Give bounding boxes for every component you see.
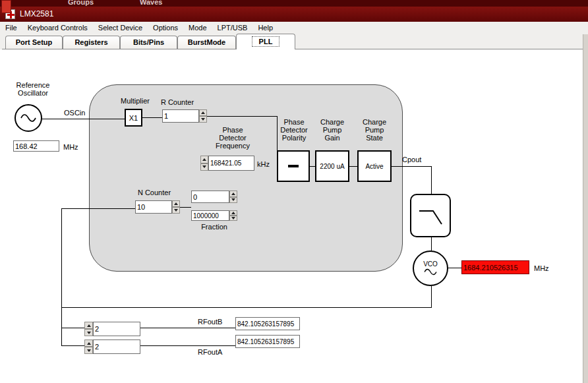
rfouta-frequency-output[interactable] — [235, 335, 300, 348]
reference-unit-label: MHz — [63, 143, 78, 151]
reference-oscillator-label: Reference Oscillator — [5, 81, 61, 97]
vco-label: VCO — [423, 260, 438, 268]
spin-up-button[interactable] — [229, 210, 237, 216]
connector-line — [207, 116, 277, 117]
spin-down-button[interactable] — [229, 197, 237, 204]
arrow-down-icon — [231, 198, 235, 201]
multiplier-label: Multiplier — [116, 97, 154, 105]
rfoutb-divider-spinner[interactable] — [84, 322, 93, 336]
spin-up-button[interactable] — [229, 191, 237, 197]
tab-bits-pins[interactable]: Bits/Pins — [120, 36, 177, 49]
spin-down-button[interactable] — [172, 207, 180, 214]
rfoutb-label: RFoutB — [198, 318, 222, 326]
spin-down-button[interactable] — [200, 163, 208, 171]
fraction-label: Fraction — [194, 223, 235, 231]
arrow-up-icon — [202, 158, 206, 161]
spin-up-button[interactable] — [200, 156, 208, 163]
rfoutb-frequency-output[interactable] — [235, 317, 300, 330]
menu-lpt-usb[interactable]: LPT/USB — [212, 22, 253, 34]
rfouta-divider-input[interactable] — [93, 339, 140, 354]
spin-up-button[interactable] — [199, 109, 207, 116]
minus-icon — [288, 165, 299, 167]
connector-line — [431, 166, 432, 194]
arrow-up-icon — [174, 202, 178, 205]
spin-down-button[interactable] — [84, 347, 93, 354]
vco-frequency-output[interactable] — [461, 260, 529, 274]
pdf-input[interactable] — [208, 156, 254, 171]
fraction-denominator-spinner[interactable] — [229, 210, 237, 221]
sine-wave-icon — [20, 113, 37, 123]
arrow-up-icon — [87, 324, 91, 327]
arrow-down-icon — [231, 217, 235, 220]
connector-line — [61, 345, 84, 346]
n-counter-spinner[interactable] — [172, 200, 180, 214]
connector-line — [42, 119, 125, 119]
connector-line — [140, 345, 235, 346]
reference-frequency-input[interactable] — [13, 140, 59, 152]
lowpass-filter-icon — [411, 195, 450, 236]
multiplier-box[interactable]: X1 — [125, 109, 142, 127]
phase-detector-polarity-label: Phase Detector Polarity — [276, 118, 312, 142]
arrow-down-icon — [87, 332, 91, 334]
charge-pump-gain-label: Charge Pump Gain — [314, 118, 351, 142]
rfouta-divider-spinner[interactable] — [84, 339, 93, 354]
connector-line — [392, 166, 432, 167]
arrow-down-icon — [202, 165, 206, 168]
pdf-unit-label: kHz — [257, 160, 270, 168]
connector-line — [142, 117, 162, 118]
spin-up-button[interactable] — [84, 339, 93, 347]
tab-port-setup[interactable]: Port Setup — [5, 36, 63, 49]
menu-bar: File Keyboard Controls Select Device Opt… — [0, 22, 588, 34]
r-counter-spinner[interactable] — [199, 109, 207, 123]
tab-pll[interactable]: PLL — [236, 34, 295, 49]
rfoutb-divider-input[interactable] — [93, 322, 140, 336]
connector-line — [431, 286, 432, 307]
vco-symbol: VCO — [413, 250, 448, 286]
title-bar[interactable]: LMX2581 — [0, 7, 588, 22]
application-window: Groups Waves LMX2581 File Keyboard Contr… — [0, 0, 588, 383]
arrow-up-icon — [201, 111, 205, 114]
menu-keyboard-controls[interactable]: Keyboard Controls — [22, 22, 93, 34]
vco-unit-label: MHz — [534, 264, 549, 272]
r-counter-input[interactable] — [162, 109, 199, 123]
window-title: LMX2581 — [20, 9, 53, 18]
arrow-up-icon — [231, 192, 235, 195]
feedback-line — [61, 208, 62, 346]
arrow-up-icon — [231, 212, 235, 214]
connector-line — [349, 166, 357, 167]
fraction-numerator-spinner[interactable] — [229, 191, 237, 203]
connector-line — [140, 328, 235, 328]
feedback-line — [61, 307, 432, 308]
background-menu-fragment: Groups — [68, 0, 94, 7]
spin-down-button[interactable] — [84, 329, 93, 336]
n-counter-input[interactable] — [135, 200, 172, 214]
sine-wave-icon — [423, 268, 438, 276]
fraction-denominator-input[interactable] — [191, 210, 229, 221]
connector-line — [61, 328, 84, 328]
n-counter-label: N Counter — [133, 189, 175, 196]
tab-registers[interactable]: Registers — [63, 36, 120, 49]
spin-down-button[interactable] — [229, 216, 237, 221]
menu-file[interactable]: File — [0, 22, 22, 34]
menu-options[interactable]: Options — [148, 22, 183, 34]
fraction-numerator-input[interactable] — [191, 191, 229, 203]
connector-line — [61, 208, 135, 209]
background-window-icon — [1, 0, 11, 13]
charge-pump-state-box[interactable]: Active — [357, 150, 392, 182]
arrow-down-icon — [201, 118, 205, 121]
menu-select-device[interactable]: Select Device — [93, 22, 148, 34]
pdf-spinner[interactable] — [200, 156, 208, 171]
charge-pump-gain-box[interactable]: 2200 uA — [315, 150, 349, 182]
loop-filter-box — [410, 194, 451, 237]
menu-mode[interactable]: Mode — [183, 22, 212, 34]
phase-detector-polarity-box[interactable] — [277, 150, 310, 182]
connector-line — [310, 166, 315, 167]
charge-pump-state-label: Charge Pump State — [355, 118, 394, 142]
menu-help[interactable]: Help — [252, 22, 278, 34]
tab-burstmode[interactable]: BurstMode — [177, 36, 236, 49]
spin-up-button[interactable] — [84, 322, 93, 329]
spin-down-button[interactable] — [199, 116, 207, 123]
connector-line — [448, 268, 461, 268]
arrow-down-icon — [87, 349, 91, 352]
spin-up-button[interactable] — [172, 200, 180, 207]
